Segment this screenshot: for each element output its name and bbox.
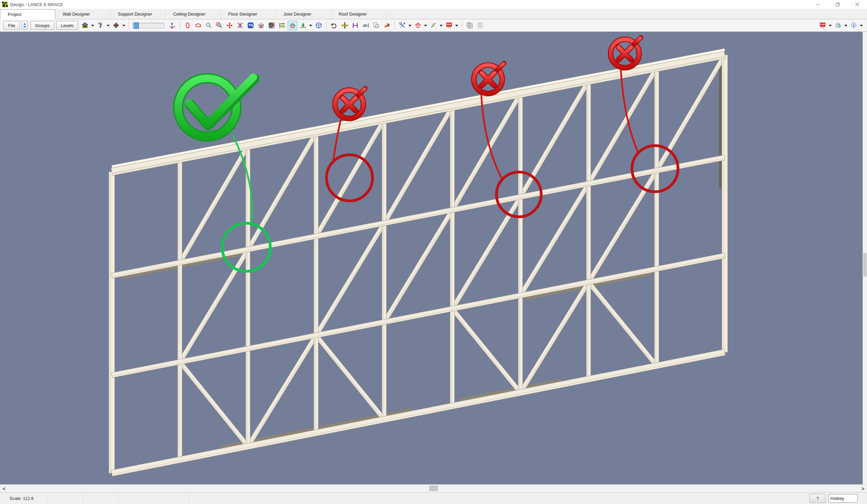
cut-knife-icon[interactable] [428,21,438,31]
status-bar: Scale: 112.6 ? [0,492,867,504]
frame-bottom-plate [111,349,725,476]
wall-frame-render [0,32,867,484]
line-styles-icon[interactable] [277,21,287,31]
tab-project[interactable]: Project [0,9,55,19]
frame-stud [246,146,250,446]
horizontal-scrollbar[interactable]: < > [0,484,867,492]
tools-wrench-dropdown[interactable] [408,21,412,30]
status-cell [119,493,189,504]
file-spinner[interactable] [22,21,28,30]
pdf-export-dropdown[interactable] [454,21,459,30]
minimize-button[interactable] [808,0,828,9]
scroll-left-arrow[interactable]: < [0,486,8,492]
info-balloon-icon[interactable]: i [849,21,858,31]
frame-brace [314,334,386,421]
frame-brace [178,361,249,448]
cut-knife-dropdown[interactable] [439,21,443,30]
pan-tool-icon[interactable] [225,21,234,31]
hammer-tool-dropdown[interactable] [106,21,110,30]
hotkey-input[interactable] [828,494,857,503]
label-abl-icon[interactable]: abl [361,21,371,31]
view-filter-dropdown[interactable] [121,21,126,30]
pdf-report-dropdown[interactable] [828,21,833,30]
design-canvas[interactable] [0,32,867,484]
color-palette-icon[interactable] [267,21,276,31]
undo-zoom-icon[interactable] [246,21,255,31]
file-button[interactable]: File [3,21,20,30]
copy-doc-icon[interactable] [465,21,474,31]
tab-floor-designer[interactable]: Floor Designer [221,9,276,19]
publish-disc-icon[interactable] [833,21,843,31]
tab-roof-designer[interactable]: Roof Designer [331,9,386,19]
app-window: Design - LANCE K-BRACE ProjectWall Desig… [0,0,867,504]
roof-pitch-dropdown[interactable] [423,21,428,30]
roof-pitch-icon[interactable] [413,21,422,31]
main-toolbar: FileGroupsLevelsablPDF PDFi [0,19,867,32]
tab-support-designer[interactable]: Support Designer [110,9,165,19]
elevation-view-icon[interactable] [288,21,297,31]
plumb-rotate-icon[interactable] [167,21,177,31]
svg-text:PDF: PDF [820,23,825,26]
frame-shadow [719,58,722,189]
frame-brace [587,281,659,367]
tab-wall-designer[interactable]: Wall Designer [55,9,110,19]
pdf-report-icon[interactable]: PDF [817,21,827,31]
frame-stud [518,94,523,393]
frame-stud [722,55,728,352]
home-levels-dropdown[interactable] [90,21,95,30]
error-badge [474,63,504,94]
close-button[interactable] [847,0,867,9]
horizontal-scrollbar-thumb[interactable] [429,485,438,491]
center-axis-icon[interactable] [235,21,245,31]
toolbar-separator [180,21,180,30]
svg-text:PDF: PDF [447,23,451,26]
paint-break-icon[interactable] [382,21,392,31]
site-tree-dropdown[interactable] [309,21,313,30]
paste-doc-icon[interactable] [475,21,485,31]
tab-joist-designer[interactable]: Joist Designer [276,9,331,19]
home-levels-icon[interactable] [80,21,90,31]
hammer-tool-icon[interactable] [96,21,105,31]
zoom-tool-icon[interactable] [204,21,213,31]
home-view-icon[interactable] [256,21,266,31]
site-tree-icon[interactable] [298,21,308,31]
zoom-slider[interactable] [132,23,164,29]
view-filter-icon[interactable] [111,21,121,31]
vertical-scrollbar[interactable] [863,32,867,484]
tools-wrench-icon[interactable] [397,21,407,31]
rotate-vertical-icon[interactable] [183,21,192,31]
close-icon [855,2,859,7]
ok-badge [178,77,254,137]
help-button[interactable]: ? [810,494,826,503]
dim-post-icon[interactable] [340,21,350,31]
pdf-export-icon[interactable]: PDF [444,21,454,31]
cube-3d-icon[interactable] [314,21,323,31]
info-balloon-dropdown[interactable] [859,21,864,30]
toolbar-separator [129,21,129,30]
frame-stud [654,68,659,365]
publish-disc-dropdown[interactable] [844,21,848,30]
toolbar-separator [462,21,462,30]
dim-width-icon[interactable] [350,21,360,31]
undo-arrow-icon[interactable] [329,21,339,31]
frame-stud [586,81,591,379]
frame-brace [451,307,522,394]
zoom-window-icon[interactable] [214,21,224,31]
restore-button[interactable] [828,0,847,9]
copy-shape-icon[interactable] [371,21,381,31]
error-badge [335,88,365,119]
toolbar-left: FileGroupsLevelsablPDF [3,21,817,31]
groups-button[interactable]: Groups [31,21,54,30]
scale-indicator: Scale: 112.6 [0,493,48,504]
levels-button[interactable]: Levels [56,21,78,30]
rotate-horizontal-icon[interactable] [193,21,203,31]
zoom-slider-thumb[interactable] [134,22,139,29]
window-title: Design - LANCE K-BRACE [10,2,63,7]
frame-stud [382,120,386,420]
window-controls [808,0,867,9]
scroll-right-arrow[interactable]: > [859,486,867,492]
frame-stud [178,159,182,460]
tab-ceiling-designer[interactable]: Ceiling Designer [165,9,221,19]
status-spacer [189,493,810,504]
vertical-scrollbar-thumb[interactable] [863,253,867,277]
